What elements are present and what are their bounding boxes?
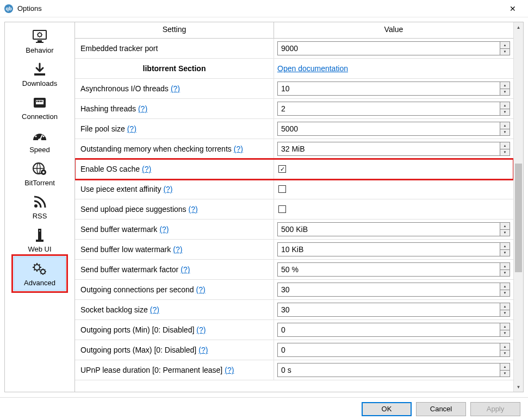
sidebar-item-rss[interactable]: RSS xyxy=(14,190,66,223)
hashing-threads-input[interactable]: 2▲▼ xyxy=(277,102,510,116)
apply-button[interactable]: Apply xyxy=(470,402,520,416)
spin-down-icon[interactable]: ▼ xyxy=(500,49,510,55)
outgoing-connections-input[interactable]: 30▲▼ xyxy=(277,283,510,297)
sidebar-item-bittorrent[interactable]: BitTorrent xyxy=(14,157,66,190)
spin-down-icon[interactable]: ▼ xyxy=(500,371,510,377)
svg-point-20 xyxy=(39,230,40,231)
spin-up-icon[interactable]: ▲ xyxy=(500,122,510,129)
scroll-thumb[interactable] xyxy=(515,164,522,272)
help-link[interactable]: (?) xyxy=(159,225,169,234)
async-io-input[interactable]: 10▲▼ xyxy=(277,82,510,96)
spin-up-icon[interactable]: ▲ xyxy=(500,82,510,89)
svg-point-22 xyxy=(41,269,45,274)
outgoing-ports-min-input[interactable]: 0▲▼ xyxy=(277,323,510,337)
dialog-footer: OK Cancel Apply xyxy=(0,397,528,420)
ok-button[interactable]: OK xyxy=(362,402,412,416)
spin-down-icon[interactable]: ▼ xyxy=(500,109,510,116)
row-send-buffer-low-watermark: Send buffer low watermark(?) 10 KiB▲▼ xyxy=(75,240,513,260)
spin-down-icon[interactable]: ▼ xyxy=(500,149,510,156)
spin-up-icon[interactable]: ▲ xyxy=(500,102,510,109)
spin-down-icon[interactable]: ▼ xyxy=(500,89,510,96)
spin-up-icon[interactable]: ▲ xyxy=(500,303,510,310)
upload-suggestions-checkbox[interactable] xyxy=(278,205,286,213)
spin-down-icon[interactable]: ▼ xyxy=(500,290,510,297)
sidebar-item-webui[interactable]: Web UI xyxy=(14,223,66,256)
help-link[interactable]: (?) xyxy=(234,145,243,153)
spin-down-icon[interactable]: ▼ xyxy=(500,330,510,337)
sidebar-item-behavior[interactable]: Behavior xyxy=(14,24,66,58)
outstanding-memory-input[interactable]: 32 MiB▲▼ xyxy=(277,142,510,156)
tracker-port-input[interactable]: 9000 ▲▼ xyxy=(277,41,510,55)
upnp-lease-input[interactable]: 0 s▲▼ xyxy=(277,363,510,377)
help-link[interactable]: (?) xyxy=(198,346,208,354)
os-cache-checkbox[interactable]: ✓ xyxy=(278,165,286,173)
row-outstanding-memory: Outstanding memory when checking torrent… xyxy=(75,139,513,159)
help-link[interactable]: (?) xyxy=(127,124,136,133)
spin-up-icon[interactable]: ▲ xyxy=(500,243,510,250)
scroll-down-icon[interactable]: ▼ xyxy=(514,382,523,392)
spin-up-icon[interactable]: ▲ xyxy=(500,142,510,149)
spin-up-icon[interactable]: ▲ xyxy=(500,263,510,270)
setting-label: Embedded tracker port xyxy=(75,39,274,58)
spin-up-icon[interactable]: ▲ xyxy=(500,223,510,230)
spin-down-icon[interactable]: ▼ xyxy=(500,270,510,277)
svg-rect-4 xyxy=(34,73,45,76)
sidebar-item-label: Downloads xyxy=(22,79,57,87)
sidebar-item-connection[interactable]: Connection xyxy=(14,91,66,124)
sbw-input[interactable]: 500 KiB▲▼ xyxy=(277,222,510,236)
scroll-up-icon[interactable]: ▲ xyxy=(514,22,523,32)
help-link[interactable]: (?) xyxy=(173,245,182,254)
spin-down-icon[interactable]: ▼ xyxy=(500,230,510,236)
socket-backlog-input[interactable]: 30▲▼ xyxy=(277,303,510,317)
sbw-factor-input[interactable]: 50 %▲▼ xyxy=(277,262,510,277)
cancel-button[interactable]: Cancel xyxy=(416,402,466,416)
help-link[interactable]: (?) xyxy=(163,185,172,193)
scrollbar[interactable]: ▲ ▼ xyxy=(513,22,523,392)
spin-down-icon[interactable]: ▼ xyxy=(500,310,510,317)
spin-down-icon[interactable]: ▼ xyxy=(500,250,510,256)
sidebar-item-downloads[interactable]: Downloads xyxy=(14,58,66,91)
sidebar-item-advanced[interactable]: Advanced xyxy=(14,256,66,291)
svg-point-16 xyxy=(42,171,45,173)
header-value: Value xyxy=(274,22,513,38)
help-link[interactable]: (?) xyxy=(225,366,234,374)
setting-label: Outgoing connections per second(?) xyxy=(75,280,274,299)
spin-up-icon[interactable]: ▲ xyxy=(500,343,510,350)
sidebar-item-speed[interactable]: Speed xyxy=(14,124,66,157)
spin-up-icon[interactable]: ▲ xyxy=(500,42,510,49)
setting-label: Asynchronous I/O threads(?) xyxy=(75,79,274,98)
help-link[interactable]: (?) xyxy=(138,104,147,113)
rss-icon xyxy=(30,195,49,210)
piece-affinity-checkbox[interactable] xyxy=(278,185,286,193)
setting-label: File pool size(?) xyxy=(75,119,274,139)
spin-down-icon[interactable]: ▼ xyxy=(500,350,510,357)
svg-rect-10 xyxy=(41,101,42,102)
documentation-link[interactable]: Open documentation xyxy=(277,64,348,73)
help-link[interactable]: (?) xyxy=(171,84,180,93)
setting-label: Send buffer low watermark(?) xyxy=(75,240,274,259)
file-pool-input[interactable]: 5000▲▼ xyxy=(277,122,510,136)
spin-up-icon[interactable]: ▲ xyxy=(500,323,510,330)
spin-down-icon[interactable]: ▼ xyxy=(500,129,510,136)
help-link[interactable]: (?) xyxy=(150,305,159,314)
help-link[interactable]: (?) xyxy=(196,325,206,334)
sidebar-item-label: RSS xyxy=(33,212,47,220)
outgoing-ports-max-input[interactable]: 0▲▼ xyxy=(277,343,510,357)
svg-rect-2 xyxy=(36,42,44,43)
sbw-low-input[interactable]: 10 KiB▲▼ xyxy=(277,242,510,256)
row-enable-os-cache: Enable OS cache(?) ✓ xyxy=(75,159,513,179)
sidebar-item-label: Speed xyxy=(29,146,50,154)
sidebar-item-label: Behavior xyxy=(26,46,53,54)
close-button[interactable]: ✕ xyxy=(502,4,524,13)
server-icon xyxy=(30,228,49,243)
spin-up-icon[interactable]: ▲ xyxy=(500,283,510,290)
help-link[interactable]: (?) xyxy=(142,165,151,173)
help-link[interactable]: (?) xyxy=(196,285,206,294)
titlebar: qb Options ✕ xyxy=(0,0,528,17)
help-link[interactable]: (?) xyxy=(181,265,190,274)
svg-rect-1 xyxy=(38,40,42,42)
setting-label: Hashing threads(?) xyxy=(75,99,274,118)
spin-up-icon[interactable]: ▲ xyxy=(500,363,510,371)
setting-label: Outgoing ports (Max) [0: Disabled](?) xyxy=(75,340,274,360)
help-link[interactable]: (?) xyxy=(189,205,198,214)
